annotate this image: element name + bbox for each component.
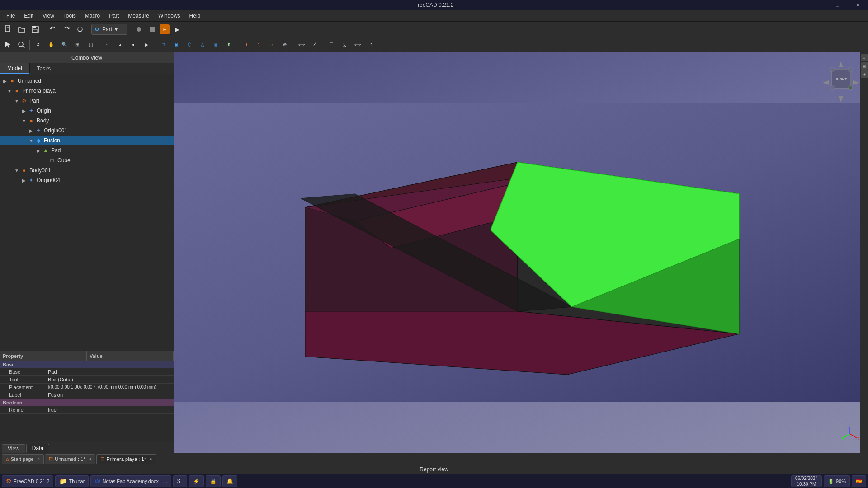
- prop-row-base[interactable]: Base Pad: [0, 368, 174, 376]
- workbench-dropdown[interactable]: ⚙ Part ▾: [91, 24, 127, 35]
- chamfer-button[interactable]: ◺: [338, 39, 351, 51]
- part-cone[interactable]: △: [196, 39, 209, 51]
- toggle-origin[interactable]: ▶: [21, 108, 27, 113]
- view-top[interactable]: ▲: [114, 39, 127, 51]
- menu-file[interactable]: File: [2, 12, 19, 20]
- taskbar-flag[interactable]: 🇪🇸: [852, 475, 866, 487]
- taskbar-notas[interactable]: W Notas Fab Academy.docx - ...: [90, 475, 171, 487]
- part-cylinder[interactable]: ⬡: [183, 39, 196, 51]
- prop-row-placement[interactable]: Placement [(0.00 0.00 1.00); 0.00 °; (0.…: [0, 384, 174, 391]
- stop-button[interactable]: [132, 23, 145, 35]
- tab-view[interactable]: View: [2, 444, 25, 453]
- taskbar-thunar[interactable]: 📁 Thunar: [55, 475, 89, 487]
- redo-button[interactable]: [60, 23, 73, 35]
- nav-orbit[interactable]: ↺: [32, 39, 44, 51]
- toggle-body001[interactable]: ▼: [14, 168, 20, 173]
- menu-view[interactable]: View: [38, 12, 59, 20]
- vp-tab-primera-playa[interactable]: ⊡ Primera playa : 1* ×: [96, 454, 156, 464]
- fillet-button[interactable]: ⌒: [325, 39, 338, 51]
- part-box[interactable]: □: [157, 39, 170, 51]
- tree-item-origin004[interactable]: ▶ ✦ Origin004: [0, 175, 174, 185]
- tree-item-pad[interactable]: ▶ ▲ Pad: [0, 145, 174, 155]
- panel-btn-1[interactable]: ≡: [861, 54, 868, 61]
- menu-windows[interactable]: Windows: [154, 12, 185, 20]
- taskbar-battery[interactable]: 🔋 90%: [824, 475, 850, 487]
- taskbar-extra3[interactable]: 🔔: [222, 475, 237, 487]
- record-button[interactable]: [146, 23, 159, 35]
- measure-angular[interactable]: ∠: [308, 39, 321, 51]
- nav-fit[interactable]: ⊞: [71, 39, 84, 51]
- part-extrude[interactable]: ⬆: [222, 39, 235, 51]
- tree-item-part[interactable]: ▼ ⚙ Part: [0, 96, 174, 106]
- boolean-union[interactable]: ∪: [239, 39, 252, 51]
- boolean-intersect[interactable]: ∩: [265, 39, 278, 51]
- tree-item-body[interactable]: ▼ ● Body: [0, 116, 174, 126]
- taskbar-terminal[interactable]: $_: [173, 475, 187, 487]
- vp-tab-primera-playa-close[interactable]: ×: [150, 456, 152, 461]
- minimize-button[interactable]: ─: [807, 0, 827, 10]
- toggle-body[interactable]: ▼: [21, 118, 27, 123]
- tree-item-body001[interactable]: ▼ ● Body001: [0, 165, 174, 175]
- model-tree[interactable]: ▶ ● Unnamed ▼ ● Primera playa ▼ ⚙ Part ▶…: [0, 74, 174, 351]
- part-sphere[interactable]: ◉: [170, 39, 183, 51]
- menu-help[interactable]: Help: [185, 12, 205, 20]
- mirror-button[interactable]: ⟺: [351, 39, 364, 51]
- search-button[interactable]: [15, 39, 28, 51]
- toggle-origin004[interactable]: ▶: [21, 178, 27, 183]
- nav-select-box[interactable]: ⬚: [84, 39, 97, 51]
- new-button[interactable]: [2, 23, 14, 35]
- menu-macro[interactable]: Macro: [80, 12, 104, 20]
- menu-edit[interactable]: Edit: [19, 12, 38, 20]
- view-cube[interactable]: RIGHT: [821, 59, 861, 100]
- toggle-unnamed[interactable]: ▶: [2, 79, 8, 84]
- vp-tab-unnamed-close[interactable]: ×: [89, 456, 92, 461]
- tree-item-fusion[interactable]: ▼ ◆ Fusion: [0, 136, 174, 145]
- vp-tab-unnamed[interactable]: ⊡ Unnamed : 1* ×: [45, 454, 95, 464]
- viewport[interactable]: RIGHT X Y Z ≡ ▣ ◈: [174, 52, 868, 453]
- vp-tab-start-close[interactable]: ×: [37, 456, 40, 461]
- tree-item-origin001[interactable]: ▶ ✦ Origin001: [0, 126, 174, 136]
- open-button[interactable]: [15, 23, 28, 35]
- tab-tasks[interactable]: Tasks: [30, 63, 59, 74]
- play-button[interactable]: ▶: [170, 23, 183, 35]
- close-button[interactable]: ✕: [848, 0, 868, 10]
- measure-linear[interactable]: ⟺: [295, 39, 308, 51]
- taskbar-freecad[interactable]: ⚙ FreeCAD 0.21.2: [2, 475, 53, 487]
- tree-item-primera-playa[interactable]: ▼ ● Primera playa: [0, 86, 174, 96]
- panel-btn-3[interactable]: ◈: [861, 70, 868, 78]
- tab-model[interactable]: Model: [0, 63, 30, 74]
- boolean-join[interactable]: ⊕: [278, 39, 291, 51]
- nav-zoom[interactable]: 🔍: [58, 39, 71, 51]
- toggle-fusion[interactable]: ▼: [28, 138, 34, 143]
- view-front[interactable]: ●: [127, 39, 140, 51]
- nav-pan[interactable]: ✋: [45, 39, 57, 51]
- refresh-button[interactable]: [74, 23, 86, 35]
- tree-item-origin[interactable]: ▶ ✦ Origin: [0, 106, 174, 116]
- array-button[interactable]: ::: [364, 39, 377, 51]
- toggle-pad[interactable]: ▶: [35, 148, 42, 153]
- macro-button[interactable]: F: [160, 24, 170, 34]
- vp-tab-start[interactable]: ⌂ Start page ×: [2, 454, 44, 464]
- prop-row-label[interactable]: Label Fusion: [0, 391, 174, 399]
- save-button[interactable]: [29, 23, 42, 35]
- view-home[interactable]: ⌂: [101, 39, 113, 51]
- prop-row-tool[interactable]: Tool Box (Cube): [0, 376, 174, 384]
- part-torus[interactable]: ◎: [209, 39, 222, 51]
- taskbar-extra2[interactable]: 🔒: [206, 475, 221, 487]
- panel-btn-2[interactable]: ▣: [861, 62, 868, 70]
- pointer-tool[interactable]: [2, 39, 14, 51]
- tree-item-unnamed[interactable]: ▶ ● Unnamed: [0, 76, 174, 86]
- taskbar-extra[interactable]: ⚡: [189, 475, 204, 487]
- boolean-cut[interactable]: ∖: [252, 39, 265, 51]
- prop-row-refine[interactable]: Refine true: [0, 406, 174, 414]
- tab-data[interactable]: Data: [26, 444, 49, 453]
- taskbar-datetime[interactable]: 06/02/2024 10:30 PM: [791, 475, 822, 487]
- menu-measure[interactable]: Measure: [123, 12, 154, 20]
- toggle-origin001[interactable]: ▶: [28, 128, 34, 133]
- menu-tools[interactable]: Tools: [59, 12, 80, 20]
- maximize-button[interactable]: □: [827, 0, 848, 10]
- menu-part[interactable]: Part: [104, 12, 123, 20]
- toggle-part[interactable]: ▼: [14, 99, 20, 103]
- view-right[interactable]: ▶: [140, 39, 153, 51]
- undo-button[interactable]: [47, 23, 59, 35]
